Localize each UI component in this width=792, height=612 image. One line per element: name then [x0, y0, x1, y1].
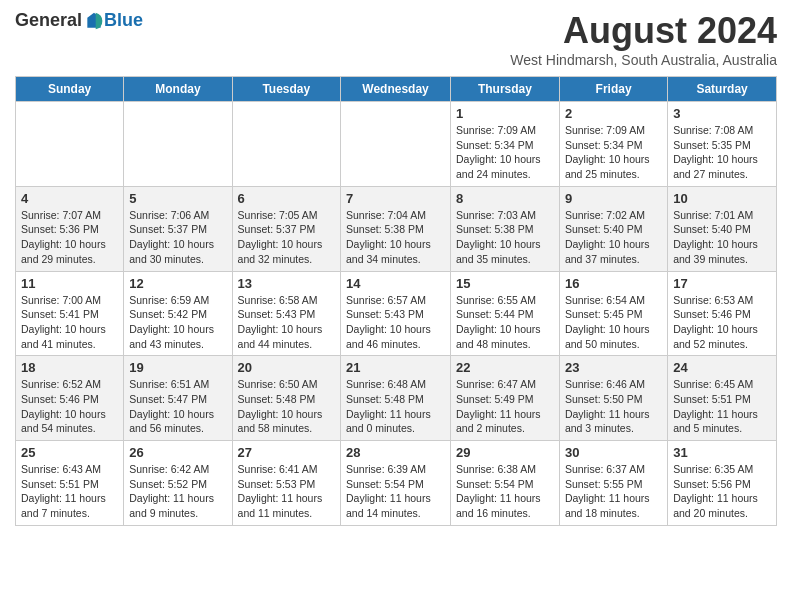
date-number: 20 — [238, 360, 335, 375]
day-header-wednesday: Wednesday — [341, 77, 451, 102]
date-number: 28 — [346, 445, 445, 460]
calendar-cell: 10Sunrise: 7:01 AM Sunset: 5:40 PM Dayli… — [668, 186, 777, 271]
date-number: 19 — [129, 360, 226, 375]
logo: General Blue — [15, 10, 143, 31]
cell-info: Sunrise: 7:00 AM Sunset: 5:41 PM Dayligh… — [21, 293, 118, 352]
header: General Blue August 2024 West Hindmarsh,… — [15, 10, 777, 68]
date-number: 15 — [456, 276, 554, 291]
cell-info: Sunrise: 7:09 AM Sunset: 5:34 PM Dayligh… — [456, 123, 554, 182]
week-row-5: 25Sunrise: 6:43 AM Sunset: 5:51 PM Dayli… — [16, 441, 777, 526]
calendar-cell: 31Sunrise: 6:35 AM Sunset: 5:56 PM Dayli… — [668, 441, 777, 526]
calendar-cell: 16Sunrise: 6:54 AM Sunset: 5:45 PM Dayli… — [559, 271, 667, 356]
calendar-cell: 5Sunrise: 7:06 AM Sunset: 5:37 PM Daylig… — [124, 186, 232, 271]
cell-info: Sunrise: 7:07 AM Sunset: 5:36 PM Dayligh… — [21, 208, 118, 267]
calendar-cell: 9Sunrise: 7:02 AM Sunset: 5:40 PM Daylig… — [559, 186, 667, 271]
day-header-tuesday: Tuesday — [232, 77, 340, 102]
calendar-cell: 8Sunrise: 7:03 AM Sunset: 5:38 PM Daylig… — [450, 186, 559, 271]
calendar-container: General Blue August 2024 West Hindmarsh,… — [0, 0, 792, 536]
logo-icon — [84, 11, 104, 31]
calendar-table: SundayMondayTuesdayWednesdayThursdayFrid… — [15, 76, 777, 526]
calendar-cell: 6Sunrise: 7:05 AM Sunset: 5:37 PM Daylig… — [232, 186, 340, 271]
date-number: 25 — [21, 445, 118, 460]
cell-info: Sunrise: 6:54 AM Sunset: 5:45 PM Dayligh… — [565, 293, 662, 352]
calendar-cell: 12Sunrise: 6:59 AM Sunset: 5:42 PM Dayli… — [124, 271, 232, 356]
calendar-cell: 26Sunrise: 6:42 AM Sunset: 5:52 PM Dayli… — [124, 441, 232, 526]
cell-info: Sunrise: 6:42 AM Sunset: 5:52 PM Dayligh… — [129, 462, 226, 521]
cell-info: Sunrise: 6:52 AM Sunset: 5:46 PM Dayligh… — [21, 377, 118, 436]
cell-info: Sunrise: 6:43 AM Sunset: 5:51 PM Dayligh… — [21, 462, 118, 521]
calendar-cell: 24Sunrise: 6:45 AM Sunset: 5:51 PM Dayli… — [668, 356, 777, 441]
calendar-cell: 23Sunrise: 6:46 AM Sunset: 5:50 PM Dayli… — [559, 356, 667, 441]
calendar-cell — [16, 102, 124, 187]
calendar-cell: 2Sunrise: 7:09 AM Sunset: 5:34 PM Daylig… — [559, 102, 667, 187]
calendar-cell — [232, 102, 340, 187]
date-number: 29 — [456, 445, 554, 460]
cell-info: Sunrise: 6:39 AM Sunset: 5:54 PM Dayligh… — [346, 462, 445, 521]
day-header-thursday: Thursday — [450, 77, 559, 102]
date-number: 17 — [673, 276, 771, 291]
date-number: 26 — [129, 445, 226, 460]
cell-info: Sunrise: 6:51 AM Sunset: 5:47 PM Dayligh… — [129, 377, 226, 436]
cell-info: Sunrise: 6:46 AM Sunset: 5:50 PM Dayligh… — [565, 377, 662, 436]
calendar-cell: 7Sunrise: 7:04 AM Sunset: 5:38 PM Daylig… — [341, 186, 451, 271]
date-number: 1 — [456, 106, 554, 121]
calendar-cell: 19Sunrise: 6:51 AM Sunset: 5:47 PM Dayli… — [124, 356, 232, 441]
calendar-cell: 30Sunrise: 6:37 AM Sunset: 5:55 PM Dayli… — [559, 441, 667, 526]
date-number: 8 — [456, 191, 554, 206]
week-row-2: 4Sunrise: 7:07 AM Sunset: 5:36 PM Daylig… — [16, 186, 777, 271]
date-number: 10 — [673, 191, 771, 206]
calendar-cell: 11Sunrise: 7:00 AM Sunset: 5:41 PM Dayli… — [16, 271, 124, 356]
calendar-cell: 28Sunrise: 6:39 AM Sunset: 5:54 PM Dayli… — [341, 441, 451, 526]
date-number: 13 — [238, 276, 335, 291]
date-number: 22 — [456, 360, 554, 375]
date-number: 6 — [238, 191, 335, 206]
date-number: 21 — [346, 360, 445, 375]
cell-info: Sunrise: 6:37 AM Sunset: 5:55 PM Dayligh… — [565, 462, 662, 521]
days-header-row: SundayMondayTuesdayWednesdayThursdayFrid… — [16, 77, 777, 102]
calendar-cell — [341, 102, 451, 187]
calendar-cell — [124, 102, 232, 187]
date-number: 16 — [565, 276, 662, 291]
month-year: August 2024 — [510, 10, 777, 52]
date-number: 11 — [21, 276, 118, 291]
date-number: 9 — [565, 191, 662, 206]
calendar-cell: 27Sunrise: 6:41 AM Sunset: 5:53 PM Dayli… — [232, 441, 340, 526]
cell-info: Sunrise: 7:05 AM Sunset: 5:37 PM Dayligh… — [238, 208, 335, 267]
cell-info: Sunrise: 7:02 AM Sunset: 5:40 PM Dayligh… — [565, 208, 662, 267]
calendar-cell: 14Sunrise: 6:57 AM Sunset: 5:43 PM Dayli… — [341, 271, 451, 356]
cell-info: Sunrise: 6:47 AM Sunset: 5:49 PM Dayligh… — [456, 377, 554, 436]
cell-info: Sunrise: 6:57 AM Sunset: 5:43 PM Dayligh… — [346, 293, 445, 352]
date-number: 4 — [21, 191, 118, 206]
date-number: 14 — [346, 276, 445, 291]
date-number: 7 — [346, 191, 445, 206]
calendar-cell: 29Sunrise: 6:38 AM Sunset: 5:54 PM Dayli… — [450, 441, 559, 526]
day-header-friday: Friday — [559, 77, 667, 102]
day-header-saturday: Saturday — [668, 77, 777, 102]
cell-info: Sunrise: 7:06 AM Sunset: 5:37 PM Dayligh… — [129, 208, 226, 267]
day-header-sunday: Sunday — [16, 77, 124, 102]
calendar-cell: 22Sunrise: 6:47 AM Sunset: 5:49 PM Dayli… — [450, 356, 559, 441]
cell-info: Sunrise: 6:41 AM Sunset: 5:53 PM Dayligh… — [238, 462, 335, 521]
week-row-3: 11Sunrise: 7:00 AM Sunset: 5:41 PM Dayli… — [16, 271, 777, 356]
calendar-cell: 15Sunrise: 6:55 AM Sunset: 5:44 PM Dayli… — [450, 271, 559, 356]
date-number: 5 — [129, 191, 226, 206]
day-header-monday: Monday — [124, 77, 232, 102]
logo-general-text: General — [15, 10, 82, 31]
week-row-4: 18Sunrise: 6:52 AM Sunset: 5:46 PM Dayli… — [16, 356, 777, 441]
cell-info: Sunrise: 6:48 AM Sunset: 5:48 PM Dayligh… — [346, 377, 445, 436]
cell-info: Sunrise: 7:03 AM Sunset: 5:38 PM Dayligh… — [456, 208, 554, 267]
cell-info: Sunrise: 6:58 AM Sunset: 5:43 PM Dayligh… — [238, 293, 335, 352]
cell-info: Sunrise: 6:38 AM Sunset: 5:54 PM Dayligh… — [456, 462, 554, 521]
cell-info: Sunrise: 7:09 AM Sunset: 5:34 PM Dayligh… — [565, 123, 662, 182]
location: West Hindmarsh, South Australia, Austral… — [510, 52, 777, 68]
date-number: 2 — [565, 106, 662, 121]
cell-info: Sunrise: 6:53 AM Sunset: 5:46 PM Dayligh… — [673, 293, 771, 352]
cell-info: Sunrise: 6:55 AM Sunset: 5:44 PM Dayligh… — [456, 293, 554, 352]
calendar-cell: 13Sunrise: 6:58 AM Sunset: 5:43 PM Dayli… — [232, 271, 340, 356]
calendar-cell: 17Sunrise: 6:53 AM Sunset: 5:46 PM Dayli… — [668, 271, 777, 356]
calendar-cell: 3Sunrise: 7:08 AM Sunset: 5:35 PM Daylig… — [668, 102, 777, 187]
cell-info: Sunrise: 6:50 AM Sunset: 5:48 PM Dayligh… — [238, 377, 335, 436]
cell-info: Sunrise: 6:35 AM Sunset: 5:56 PM Dayligh… — [673, 462, 771, 521]
calendar-cell: 20Sunrise: 6:50 AM Sunset: 5:48 PM Dayli… — [232, 356, 340, 441]
date-number: 12 — [129, 276, 226, 291]
